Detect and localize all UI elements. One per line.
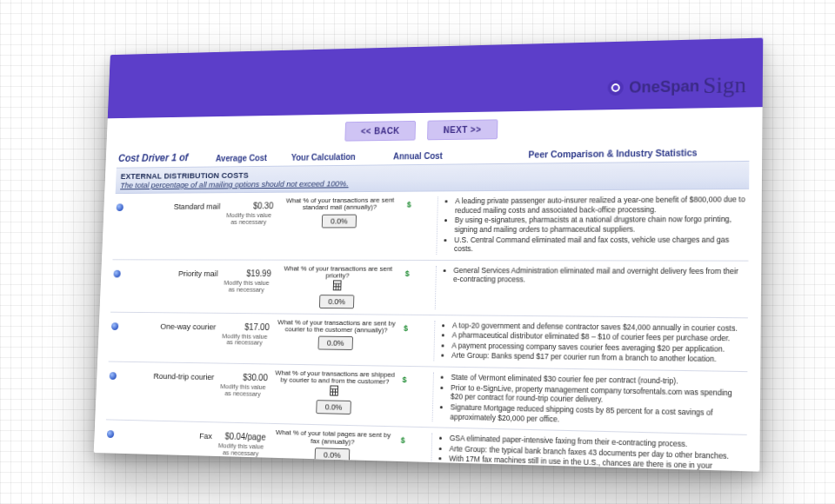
avg-cost-value: $30.00 — [219, 372, 268, 382]
stats-list: General Services Administration eliminat… — [435, 266, 746, 312]
stats-item: U.S. Central Command eliminated mail and… — [454, 235, 747, 254]
calc-question: What % of your transactions are sent by … — [274, 319, 398, 335]
stats-list: GSA eliminated paper-intensive faxing fr… — [431, 434, 745, 472]
row-bullet-icon — [107, 430, 114, 438]
percent-input[interactable]: 0.0% — [319, 295, 355, 308]
row-label: Fax — [124, 426, 213, 467]
avg-cost-value: $0.04/page — [217, 431, 265, 441]
calc-question: What % of your transactions are shipped … — [272, 369, 397, 386]
row-label: One-way courier — [128, 317, 217, 357]
avg-cost: $19.99Modify this value as necessary — [222, 265, 271, 308]
avg-cost-value: $0.30 — [225, 201, 274, 210]
row-label: Round-trip courier — [125, 368, 215, 417]
svg-rect-5 — [331, 386, 338, 395]
cost-row: Priority mail$19.99Modify this value as … — [110, 260, 748, 318]
stats-item: A leading private passenger auto-insurer… — [455, 195, 747, 215]
calc-cell: What % of your transactions are sent pri… — [275, 265, 400, 308]
avg-cost-hint: Modify this value as necessary — [224, 212, 273, 225]
section-header: EXTERNAL DISTRIBUTION COSTS The total pe… — [116, 161, 750, 194]
stats-item: By using e-signatures, pharmacists at a … — [454, 215, 746, 235]
tab-average-cost[interactable]: Average Cost — [216, 153, 288, 163]
stats-list: State of Vermont eliminated $30 courier … — [432, 373, 746, 429]
percent-value: 0.0% — [325, 402, 343, 411]
back-button[interactable]: << BACK — [345, 120, 417, 141]
calc-question: What % of your transactions are sent pri… — [276, 265, 400, 280]
calc-cell: What % of your total pages are sent by f… — [270, 429, 396, 472]
cost-row: Standard mail$0.30Modify this value as n… — [112, 189, 749, 262]
percent-value: 0.0% — [328, 297, 345, 306]
calc-cell: What % of your transactions are sent sta… — [277, 197, 402, 255]
avg-cost-value: $19.99 — [223, 269, 271, 278]
calc-cell: What % of your transactions are sent by … — [273, 319, 398, 361]
tab-cost-driver[interactable]: Cost Driver 1 of — [118, 151, 213, 164]
row-label: Priority mail — [130, 265, 218, 308]
tab-annual-cost[interactable]: Annual Cost — [393, 150, 478, 161]
app-window: OneSpan Sign << BACK NEXT >> Cost Driver… — [94, 38, 764, 472]
brand-text-one: OneSpan — [629, 76, 699, 96]
stats-item: General Services Administration eliminat… — [453, 266, 746, 286]
avg-cost-hint: Modify this value as necessary — [217, 442, 266, 457]
avg-cost: $17.00Modify this value as necessary — [220, 318, 270, 358]
avg-cost-hint: Modify this value as necessary — [220, 333, 269, 347]
percent-input[interactable]: 0.0% — [322, 214, 357, 228]
annual-cost-value: $ — [401, 372, 428, 421]
stats-list: A leading private passenger auto-insurer… — [436, 195, 747, 255]
svg-rect-0 — [333, 280, 341, 289]
rows-container: Standard mail$0.30Modify this value as n… — [104, 189, 750, 472]
calc-question: What % of your total pages are sent by f… — [271, 429, 396, 448]
avg-cost-hint: Modify this value as necessary — [218, 383, 268, 398]
row-label: Standard mail — [131, 198, 220, 255]
percent-input[interactable]: 0.0% — [314, 448, 350, 462]
annual-cost-value: $ — [405, 196, 432, 254]
brand: OneSpan Sign — [608, 72, 746, 102]
row-bullet-icon — [110, 372, 117, 380]
topbar: OneSpan Sign — [108, 38, 763, 119]
annual-cost-value: $ — [403, 320, 429, 361]
brand-text-sign: Sign — [703, 72, 746, 100]
tab-your-calculation[interactable]: Your Calculation — [291, 152, 391, 162]
tab-peer-comparison[interactable]: Peer Comparison & Industry Statistics — [481, 147, 748, 161]
avg-cost: $0.04/pageModify this value as necessary — [216, 428, 266, 468]
percent-value: 0.0% — [331, 216, 348, 225]
percent-input[interactable]: 0.0% — [317, 336, 353, 350]
row-bullet-icon — [117, 203, 124, 211]
percent-value: 0.0% — [324, 450, 341, 460]
avg-cost-hint: Modify this value as necessary — [222, 280, 271, 294]
annual-cost-value: $ — [404, 266, 431, 309]
subtotal-row: SUBTOTAL COSTS $ — [103, 470, 746, 472]
avg-cost-value: $17.00 — [221, 322, 270, 331]
next-button[interactable]: NEXT >> — [427, 119, 498, 140]
calculator-icon[interactable] — [276, 280, 400, 293]
percent-value: 0.0% — [327, 339, 344, 348]
percent-input[interactable]: 0.0% — [316, 400, 351, 414]
brand-ring-icon — [608, 80, 624, 96]
stats-list: A top-20 government and defense contract… — [433, 321, 745, 366]
row-bullet-icon — [111, 322, 118, 330]
calc-cell: What % of your transactions are shipped … — [271, 369, 397, 421]
avg-cost: $0.30Modify this value as necessary — [224, 198, 274, 255]
annual-cost-value: $ — [400, 433, 427, 472]
row-bullet-icon — [113, 270, 120, 278]
calculator-icon[interactable] — [272, 384, 397, 399]
calc-question: What % of your transactions are sent sta… — [278, 197, 403, 212]
content: Cost Driver 1 of Average Cost Your Calcu… — [94, 143, 763, 471]
avg-cost: $30.00Modify this value as necessary — [217, 368, 268, 417]
